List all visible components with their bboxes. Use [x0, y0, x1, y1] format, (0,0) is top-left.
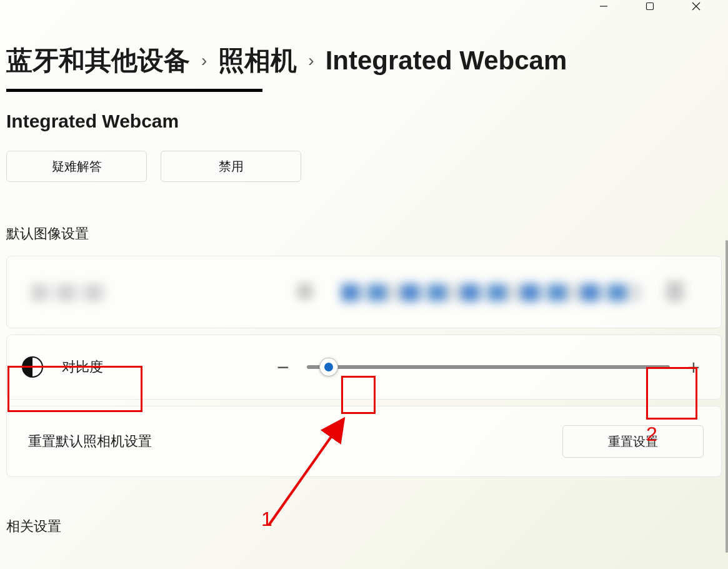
page-title: Integrated Webcam: [6, 111, 722, 132]
related-settings-label: 相关设置: [6, 517, 722, 536]
breadcrumb-item-camera[interactable]: 照相机: [218, 46, 297, 75]
window-minimize-button[interactable]: [589, 0, 618, 13]
scrollbar[interactable]: [726, 240, 728, 553]
setting-row-reset: 重置默认照相机设置 重置设置: [6, 406, 722, 477]
svg-rect-1: [647, 3, 654, 10]
chevron-right-icon: ›: [200, 51, 208, 71]
page-content: 蓝牙和其他设备 › 照相机 › Integrated Webcam Integr…: [0, 0, 728, 536]
contrast-icon: [22, 356, 43, 378]
reset-settings-button[interactable]: 重置设置: [562, 425, 704, 458]
contrast-label: 对比度: [62, 358, 103, 376]
maximize-icon: [646, 2, 654, 11]
contrast-increase-button[interactable]: +: [681, 355, 706, 380]
setting-row-contrast: 对比度 − +: [6, 335, 722, 400]
slider-thumb-dot: [324, 363, 333, 371]
contrast-decrease-button[interactable]: −: [271, 355, 296, 380]
contrast-slider-group: − +: [271, 355, 706, 380]
breadcrumb-underline: [6, 89, 262, 92]
window-close-button[interactable]: [682, 0, 711, 13]
setting-row-obscured: [6, 256, 722, 328]
contrast-slider-track[interactable]: [307, 365, 670, 369]
window-controls: [589, 0, 728, 20]
breadcrumb: 蓝牙和其他设备 › 照相机 › Integrated Webcam: [6, 46, 722, 75]
contrast-slider-thumb[interactable]: [319, 358, 338, 376]
troubleshoot-button[interactable]: 疑难解答: [6, 151, 147, 182]
breadcrumb-item-bluetooth-devices[interactable]: 蓝牙和其他设备: [6, 46, 190, 75]
minimize-icon: [599, 2, 608, 11]
chevron-right-icon: ›: [307, 51, 315, 71]
close-icon: [692, 2, 701, 11]
contrast-label-group: 对比度: [16, 344, 114, 390]
default-image-settings-label: 默认图像设置: [6, 224, 722, 243]
action-button-row: 疑难解答 禁用: [6, 151, 722, 182]
window-maximize-button[interactable]: [636, 0, 664, 13]
breadcrumb-item-current: Integrated Webcam: [326, 46, 567, 75]
reset-settings-label: 重置默认照相机设置: [28, 432, 152, 451]
disable-button[interactable]: 禁用: [161, 151, 301, 182]
